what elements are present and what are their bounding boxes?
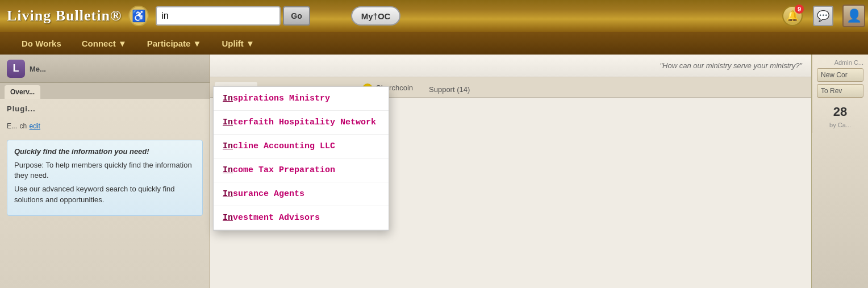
quote-text: "How can our ministry serve your ministr… xyxy=(660,61,802,70)
nav-uplift[interactable]: Uplift ▼ xyxy=(211,32,264,55)
dropdown-item-insurance[interactable]: Insurance Agents xyxy=(214,182,389,206)
search-dropdown: Inspirations Ministry Interfaith Hospita… xyxy=(213,86,389,231)
notification-icon: 🔔 9 xyxy=(782,6,803,26)
tabs-row: Overv... xyxy=(0,83,210,99)
edit-link[interactable]: edit xyxy=(30,122,40,130)
avatar-button[interactable]: 👤 xyxy=(840,0,868,32)
chat-icon: 💬 xyxy=(813,6,833,26)
search-label-suffix: ch xyxy=(19,122,27,130)
info-text-1: Purpose: To help members quickly find th… xyxy=(14,160,195,181)
plugin-section: Plugi... xyxy=(0,99,210,116)
right-panel: Admin C... New Cor To Rev 28 by Ca... xyxy=(811,55,868,288)
avatar-icon: 👤 xyxy=(842,5,865,27)
admin-label: Admin C... xyxy=(817,59,863,66)
nav-participate[interactable]: Participate ▼ xyxy=(137,32,212,55)
search-input[interactable] xyxy=(156,6,281,26)
header: Living Bulletin® ♿ Go My†OC 🔔 9 💬 👤 xyxy=(0,0,868,32)
to-rev-button[interactable]: To Rev xyxy=(817,84,863,98)
logo-icon: ♿ xyxy=(128,6,149,26)
search-section: E... ch edit xyxy=(0,116,210,135)
nav-do-works[interactable]: Do Works xyxy=(11,32,72,55)
info-italic: Quickly find the information you need! xyxy=(14,147,195,156)
navbar: Do Works Connect ▼ Participate ▼ Uplift … xyxy=(0,32,868,55)
dropdown-item-incline[interactable]: Incline Accounting LLC xyxy=(214,135,389,158)
info-text-2: Use our advanced keyword search to quick… xyxy=(14,184,195,204)
panel-title: Me... xyxy=(30,65,46,73)
nav-connect[interactable]: Connect ▼ xyxy=(72,32,137,55)
header-right-icons: 🔔 9 💬 👤 xyxy=(778,0,868,32)
dropdown-item-interfaith[interactable]: Interfaith Hospitality Network xyxy=(214,111,389,135)
new-cor-button[interactable]: New Cor xyxy=(817,68,863,82)
panel-header: L Me... xyxy=(0,55,210,83)
search-label-prefix: E... xyxy=(7,122,17,130)
notification-button[interactable]: 🔔 9 xyxy=(778,0,807,32)
left-panel: L Me... Overv... Plugi... E... ch edit Q… xyxy=(0,55,210,288)
main-area: L Me... Overv... Plugi... E... ch edit Q… xyxy=(0,55,868,288)
tab-support[interactable]: Support (14) xyxy=(421,82,478,97)
notification-badge: 9 xyxy=(795,5,804,14)
search-container: Go xyxy=(156,6,310,26)
admin-panel: Admin C... New Cor To Rev 28 by Ca... xyxy=(811,55,868,133)
logo-text: Living Bulletin® xyxy=(7,7,122,24)
dropdown-item-income-tax[interactable]: Income Tax Preparation xyxy=(214,158,389,182)
go-button[interactable]: Go xyxy=(283,6,310,26)
person-icon: ♿ xyxy=(132,9,146,23)
tab-overview[interactable]: Overv... xyxy=(5,85,40,99)
mytoc-button[interactable]: My†OC xyxy=(351,6,401,26)
dropdown-item-inspirations[interactable]: Inspirations Ministry xyxy=(214,87,389,111)
quote-bar: "How can our ministry serve your ministr… xyxy=(210,55,811,77)
info-box: Quickly find the information you need! P… xyxy=(7,140,203,216)
dropdown-item-investment[interactable]: Investment Advisors xyxy=(214,206,389,230)
plugins-label: Plugi... xyxy=(7,105,36,113)
admin-number: 28 xyxy=(817,105,863,119)
panel-logo: L xyxy=(7,60,25,78)
admin-by: by Ca... xyxy=(817,122,863,128)
chat-button[interactable]: 💬 xyxy=(809,0,837,32)
